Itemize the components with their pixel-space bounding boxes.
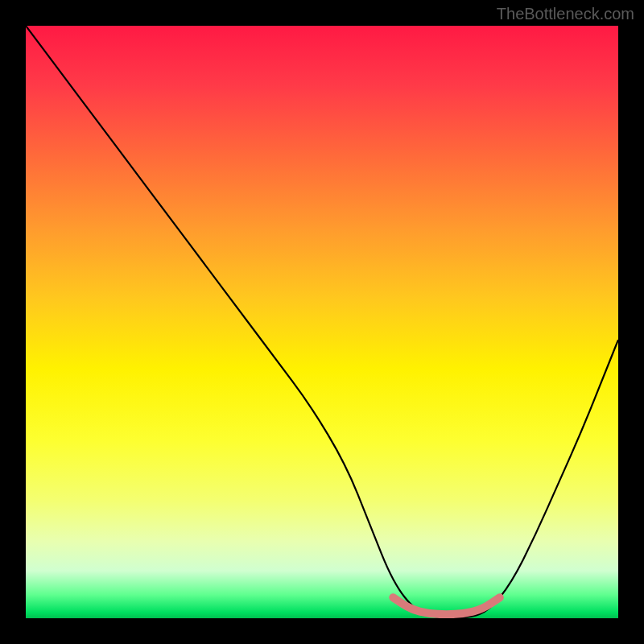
watermark: TheBottleneck.com [497,5,634,23]
plot-area [26,26,618,618]
bottleneck-curve [26,26,618,618]
optimal-band [393,597,499,614]
chart-svg [26,26,618,618]
